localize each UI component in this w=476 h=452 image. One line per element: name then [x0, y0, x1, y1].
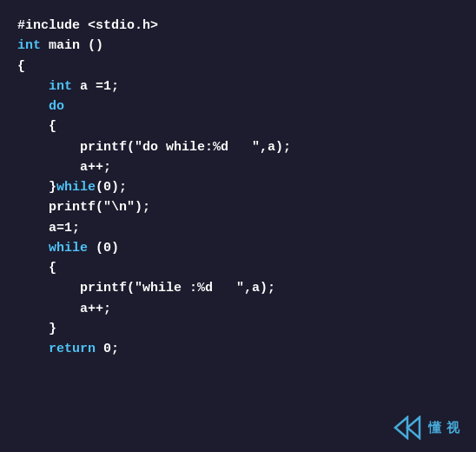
code-line: int a =1; [17, 76, 459, 96]
code-line: printf("\n"); [17, 197, 459, 217]
code-line: printf("while :%d ",a); [17, 278, 459, 298]
svg-marker-0 [395, 417, 407, 438]
code-line: int main () [17, 36, 459, 56]
watermark: 懂 视 [392, 415, 460, 440]
code-line: do [17, 96, 459, 116]
code-line: a++; [17, 299, 459, 319]
code-line: a++; [17, 157, 459, 177]
code-line: a=1; [17, 218, 459, 238]
code-line: { [17, 56, 459, 76]
code-editor: #include <stdio.h>int main (){ int a =1;… [0, 0, 476, 452]
code-line: return 0; [17, 339, 459, 359]
code-line: { [17, 116, 459, 136]
code-line: } [17, 319, 459, 339]
watermark-label: 懂 视 [428, 417, 460, 437]
code-line: #include <stdio.h> [17, 16, 459, 36]
svg-marker-1 [407, 417, 420, 438]
code-content: #include <stdio.h>int main (){ int a =1;… [17, 16, 459, 359]
watermark-logo-icon [392, 415, 423, 440]
code-line: while (0) [17, 238, 459, 258]
code-line: { [17, 258, 459, 278]
code-line: }while(0); [17, 177, 459, 197]
code-line: printf("do while:%d ",a); [17, 137, 459, 157]
